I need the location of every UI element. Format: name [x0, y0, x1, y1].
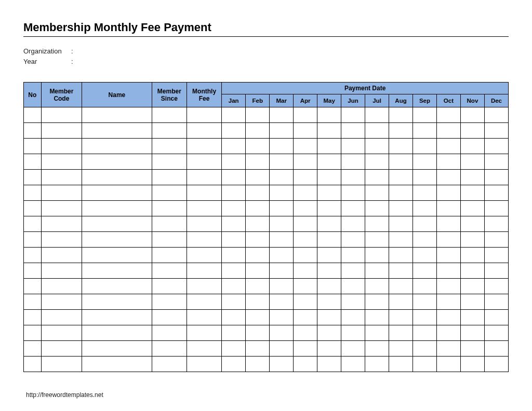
table-cell — [294, 216, 317, 232]
table-cell — [460, 357, 484, 372]
header-month-may: May — [317, 94, 341, 107]
table-cell — [246, 139, 270, 154]
table-cell — [294, 185, 317, 201]
table-cell — [365, 263, 389, 279]
table-cell — [341, 123, 365, 139]
meta-row-organization: Organization : — [23, 46, 509, 57]
table-cell — [294, 201, 317, 216]
table-cell — [341, 325, 365, 341]
table-cell — [460, 248, 484, 263]
table-cell — [152, 294, 187, 310]
table-cell — [82, 154, 152, 170]
table-cell — [187, 325, 221, 341]
table-cell — [222, 216, 246, 232]
table-cell — [389, 154, 413, 170]
table-cell — [222, 170, 246, 185]
table-cell — [222, 263, 246, 279]
table-row — [24, 279, 509, 294]
table-cell — [341, 216, 365, 232]
table-cell — [187, 248, 221, 263]
table-cell — [41, 232, 82, 248]
colon: : — [71, 57, 77, 67]
table-cell — [152, 170, 187, 185]
table-cell — [270, 357, 294, 372]
table-cell — [317, 107, 341, 123]
header-monthly-fee: Monthly Fee — [187, 83, 221, 107]
table-cell — [246, 341, 270, 357]
table-cell — [41, 294, 82, 310]
table-cell — [41, 357, 82, 372]
meta-block: Organization : Year : — [23, 46, 509, 66]
table-cell — [270, 279, 294, 294]
header-name: Name — [82, 83, 152, 107]
table-cell — [484, 216, 508, 232]
table-row — [24, 170, 509, 185]
table-cell — [41, 263, 82, 279]
table-cell — [317, 185, 341, 201]
table-cell — [365, 154, 389, 170]
table-cell — [270, 325, 294, 341]
table-cell — [365, 279, 389, 294]
table-cell — [41, 341, 82, 357]
table-cell — [222, 123, 246, 139]
table-cell — [484, 341, 508, 357]
table-cell — [187, 107, 221, 123]
table-cell — [341, 279, 365, 294]
table-cell — [436, 139, 460, 154]
table-cell — [82, 107, 152, 123]
table-cell — [246, 310, 270, 325]
table-cell — [152, 232, 187, 248]
table-cell — [187, 154, 221, 170]
table-cell — [389, 232, 413, 248]
table-cell — [365, 325, 389, 341]
table-cell — [246, 185, 270, 201]
table-cell — [187, 341, 221, 357]
table-cell — [24, 341, 42, 357]
table-cell — [460, 139, 484, 154]
table-cell — [24, 185, 42, 201]
table-cell — [82, 279, 152, 294]
table-cell — [294, 170, 317, 185]
table-cell — [246, 357, 270, 372]
table-cell — [317, 201, 341, 216]
table-cell — [294, 263, 317, 279]
table-cell — [317, 325, 341, 341]
table-cell — [436, 123, 460, 139]
table-cell — [246, 325, 270, 341]
table-cell — [460, 279, 484, 294]
table-cell — [187, 279, 221, 294]
table-cell — [460, 310, 484, 325]
table-cell — [294, 357, 317, 372]
header-month-aug: Aug — [389, 94, 413, 107]
table-cell — [389, 341, 413, 357]
table-cell — [270, 107, 294, 123]
table-cell — [460, 201, 484, 216]
table-cell — [436, 216, 460, 232]
table-cell — [270, 185, 294, 201]
table-cell — [460, 123, 484, 139]
table-cell — [389, 279, 413, 294]
table-cell — [294, 232, 317, 248]
table-cell — [152, 123, 187, 139]
table-cell — [389, 185, 413, 201]
table-cell — [460, 325, 484, 341]
table-cell — [82, 357, 152, 372]
table-cell — [413, 357, 437, 372]
header-month-oct: Oct — [436, 94, 460, 107]
meta-row-year: Year : — [23, 57, 509, 67]
table-cell — [294, 248, 317, 263]
table-cell — [152, 357, 187, 372]
header-month-dec: Dec — [484, 94, 508, 107]
table-cell — [341, 357, 365, 372]
table-row — [24, 357, 509, 372]
table-cell — [413, 294, 437, 310]
table-cell — [365, 341, 389, 357]
table-row — [24, 107, 509, 123]
table-cell — [413, 185, 437, 201]
table-cell — [365, 294, 389, 310]
table-cell — [152, 107, 187, 123]
table-cell — [365, 170, 389, 185]
table-cell — [436, 263, 460, 279]
table-cell — [24, 248, 42, 263]
table-cell — [187, 139, 221, 154]
